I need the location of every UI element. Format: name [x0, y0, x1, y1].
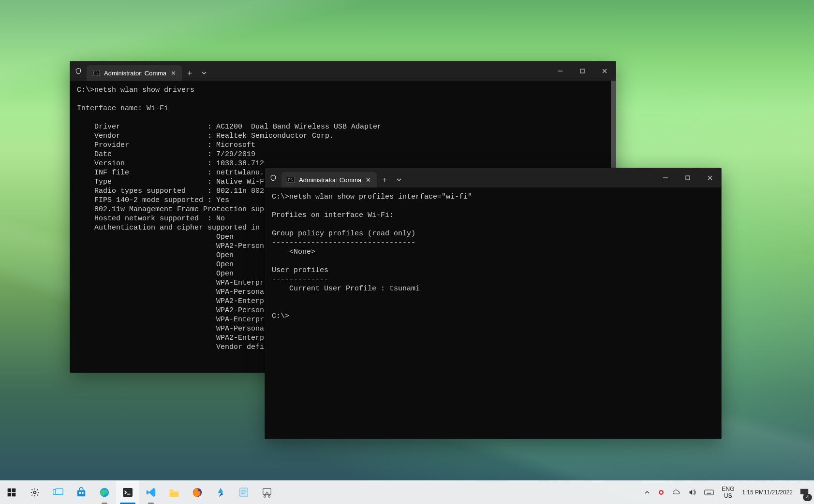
tab-chevron-down-icon[interactable]: [392, 172, 406, 187]
svg-point-27: [264, 495, 266, 497]
taskbar-microsoft-store[interactable]: [70, 481, 93, 504]
lang-line1: ENG: [722, 486, 734, 492]
svg-rect-3: [580, 69, 584, 73]
terminal-window-2[interactable]: C:\ Administrator: Command Prom ✕ ＋ C:\>…: [265, 168, 721, 439]
svg-rect-16: [79, 492, 81, 494]
azure-icon: [215, 487, 226, 498]
firefox-icon: [192, 487, 203, 498]
tab-title: Administrator: Command Prom: [104, 70, 166, 77]
svg-point-12: [34, 491, 36, 494]
time-text: 1:15 PM: [742, 489, 764, 496]
vscode-icon: [146, 487, 156, 498]
volume-icon[interactable]: [686, 481, 699, 504]
titlebar[interactable]: C:\ Administrator: Command Prom ✕ ＋: [70, 61, 616, 81]
taskview-icon: [53, 488, 63, 497]
minimize-button[interactable]: [654, 168, 677, 187]
svg-rect-20: [170, 491, 178, 492]
taskbar[interactable]: ENG US 1:15 PM 11/21/2022 4: [0, 480, 814, 504]
action-center-icon[interactable]: 4: [797, 481, 812, 504]
cmd-icon: C:\: [286, 176, 295, 183]
shield-icon: [265, 174, 281, 181]
new-tab-button[interactable]: ＋: [377, 172, 392, 187]
svg-text:C:\: C:\: [288, 178, 293, 182]
taskbar-snipping-tool[interactable]: [255, 481, 279, 504]
new-tab-button[interactable]: ＋: [182, 65, 197, 81]
svg-rect-14: [56, 489, 63, 494]
taskbar-settings[interactable]: [23, 481, 46, 504]
keyboard-icon[interactable]: [701, 481, 717, 504]
close-tab-icon[interactable]: ✕: [365, 176, 372, 184]
svg-rect-9: [12, 489, 16, 492]
taskbar-edge[interactable]: [93, 481, 116, 504]
onedrive-icon[interactable]: [669, 481, 684, 504]
svg-rect-22: [240, 488, 248, 497]
snip-icon: [262, 487, 272, 498]
svg-rect-8: [8, 489, 12, 492]
explorer-icon: [169, 488, 179, 497]
language-indicator[interactable]: ENG US: [719, 481, 737, 504]
taskbar-firefox[interactable]: [186, 481, 209, 504]
system-tray[interactable]: ENG US 1:15 PM 11/21/2022 4: [641, 481, 814, 504]
svg-rect-31: [705, 490, 713, 495]
svg-point-30: [660, 491, 663, 494]
gear-icon: [30, 488, 40, 497]
close-button[interactable]: [699, 168, 721, 187]
tray-chevron-up-icon[interactable]: [641, 481, 653, 504]
terminal-output[interactable]: C:\>netsh wlan show profiles interface="…: [265, 187, 721, 439]
svg-text:C:\: C:\: [93, 71, 98, 75]
shield-icon: [70, 68, 87, 74]
tab-cmd[interactable]: C:\ Administrator: Command Prom ✕: [87, 65, 182, 81]
windows-icon: [7, 488, 16, 497]
lang-line2: US: [724, 492, 732, 499]
tab-title: Administrator: Command Prom: [299, 176, 361, 184]
svg-rect-7: [686, 176, 690, 180]
titlebar[interactable]: C:\ Administrator: Command Prom ✕ ＋: [265, 168, 721, 187]
taskbar-start-button[interactable]: [0, 481, 23, 504]
svg-rect-11: [12, 493, 16, 497]
desktop: C:\ Administrator: Command Prom ✕ ＋ C:\>…: [0, 0, 814, 504]
close-button[interactable]: [593, 61, 616, 81]
maximize-button[interactable]: [571, 61, 593, 81]
terminal-icon: [122, 488, 133, 497]
taskbar-terminal[interactable]: [116, 481, 139, 504]
tab-chevron-down-icon[interactable]: [197, 65, 211, 81]
taskbar-vscode[interactable]: [139, 481, 163, 504]
svg-rect-15: [77, 490, 86, 496]
cmd-icon: C:\: [91, 70, 100, 76]
maximize-button[interactable]: [677, 168, 699, 187]
taskbar-notepad[interactable]: [232, 481, 255, 504]
date-text: 11/21/2022: [764, 489, 793, 496]
svg-point-28: [268, 495, 270, 497]
notepad-icon: [239, 487, 249, 498]
notification-badge: 4: [803, 494, 812, 501]
store-icon: [76, 487, 87, 498]
close-tab-icon[interactable]: ✕: [170, 70, 177, 77]
svg-rect-10: [8, 493, 12, 497]
clock[interactable]: 1:15 PM 11/21/2022: [739, 481, 795, 504]
taskbar-azure[interactable]: [209, 481, 232, 504]
svg-rect-17: [82, 492, 84, 494]
svg-rect-19: [123, 488, 133, 497]
edge-icon: [99, 487, 110, 498]
minimize-button[interactable]: [549, 61, 571, 81]
tab-cmd[interactable]: C:\ Administrator: Command Prom ✕: [281, 172, 377, 187]
taskbar-task-view[interactable]: [46, 481, 70, 504]
tray-app-indicator-icon[interactable]: [655, 481, 667, 504]
taskbar-file-explorer[interactable]: [163, 481, 186, 504]
